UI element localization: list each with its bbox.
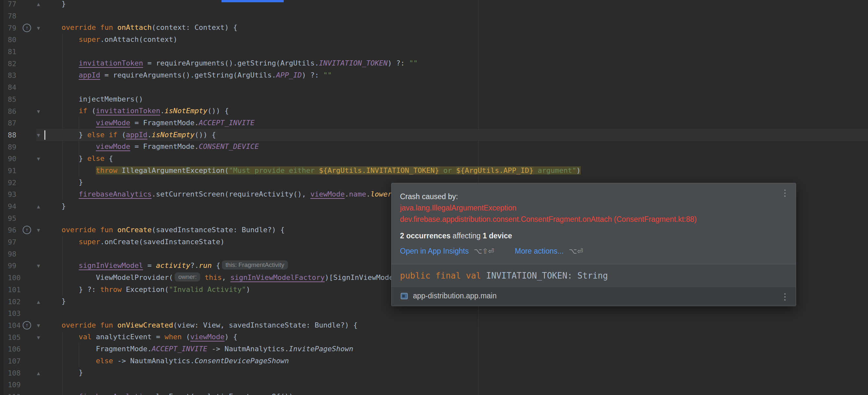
code-text[interactable]: if (invitationToken.isNotEmpty()) { [62, 105, 229, 117]
code-text[interactable]: } [62, 295, 66, 307]
gutter: 94▴ [0, 200, 62, 213]
code-text[interactable]: override fun onViewCreated(view: View, s… [62, 319, 358, 332]
code-token: Exception( [126, 285, 169, 293]
code-token: appId [79, 71, 100, 79]
code-token: . [366, 190, 370, 198]
code-text[interactable]: } [62, 176, 83, 189]
override-method-gutter-icon[interactable]: ↑ [23, 226, 31, 234]
gutter: 77▴ [0, 0, 62, 10]
code-text[interactable]: override fun onAttach(context: Context) … [62, 22, 238, 34]
fold-down-icon[interactable]: ▾ [37, 108, 40, 114]
code-token: "" [409, 59, 418, 67]
code-token: viewMode [190, 333, 224, 341]
code-token: appId [126, 131, 147, 139]
code-token [62, 71, 79, 79]
doc-menu-kebab-icon[interactable]: ⋮ [780, 292, 789, 301]
fold-down-icon[interactable]: ▾ [37, 132, 40, 138]
code-text[interactable]: invitationToken = requireArguments().get… [62, 57, 417, 69]
fold-up-icon[interactable]: ▴ [37, 1, 40, 7]
code-text[interactable]: viewMode = FragmentMode.ACCEPT_INVITE [62, 117, 254, 129]
code-token: } [62, 178, 83, 186]
code-text[interactable]: } [62, 367, 83, 379]
code-token: isNotEmpty [152, 131, 194, 139]
fold-up-icon[interactable]: ▴ [37, 370, 40, 376]
line-number: 84 [8, 83, 17, 91]
line-number: 103 [8, 309, 21, 317]
crash-menu-kebab-icon[interactable]: ⋮ [780, 189, 789, 197]
code-text[interactable]: firebaseAnalytics.setCurrentScreen(requi… [62, 189, 422, 200]
code-text[interactable]: throw IllegalArgumentException("Must pro… [62, 165, 581, 177]
open-app-insights-link[interactable]: Open in App Insights [400, 246, 469, 257]
line-number: 104 [8, 321, 21, 329]
code-line-91: 91 throw IllegalArgumentException("Must … [0, 165, 868, 177]
line-number: 92 [8, 178, 17, 187]
code-token: ?. [190, 261, 199, 270]
more-actions-link[interactable]: More actions... [515, 246, 563, 257]
code-token: else if [87, 131, 117, 139]
code-text[interactable]: val analyticEvent = when (viewMode) { [62, 331, 238, 343]
code-text[interactable]: } [62, 200, 66, 213]
code-token: signInViewModel [79, 261, 143, 270]
fold-up-icon[interactable]: ▴ [37, 298, 40, 305]
code-token: override fun [62, 321, 117, 329]
code-token: .onCreate(savedInstanceState) [100, 238, 224, 246]
gutter: 80 [0, 34, 62, 46]
gutter: 101 [0, 284, 62, 296]
code-text[interactable]: } ?: throw Exception("Invalid Activity") [62, 284, 250, 296]
fold-up-icon[interactable]: ▴ [37, 203, 40, 209]
code-token: throw [100, 285, 126, 293]
code-text[interactable]: } [62, 0, 66, 10]
code-line-87: 87 viewMode = FragmentMode.ACCEPT_INVITE [0, 117, 868, 129]
code-token: firebaseAnalytics [79, 190, 152, 198]
code-token: "Must provide either [229, 166, 319, 174]
code-text[interactable]: else -> NautmAnalytics.ConsentDevicePage… [62, 355, 289, 367]
code-text[interactable]: appId = requireArguments().getString(Arg… [62, 69, 332, 81]
gutter: 95 [0, 212, 62, 224]
fold-down-icon[interactable]: ▾ [37, 25, 40, 31]
line-number: 91 [8, 166, 17, 174]
code-token: if [79, 107, 88, 115]
code-text[interactable]: super.onCreate(savedInstanceState) [62, 236, 224, 248]
line-number: 78 [8, 12, 17, 20]
doc-signature-type: : String [567, 271, 608, 281]
code-text[interactable]: signInViewModel = activity?.run {this: F… [62, 260, 288, 272]
code-token: ( [117, 131, 126, 139]
fold-down-icon[interactable]: ▾ [37, 227, 40, 233]
fold-down-icon[interactable]: ▾ [37, 334, 40, 340]
crash-occurrences: 2 occurrences affecting 1 device [400, 230, 787, 242]
code-token: ${ArgUtils.INVITATION_TOKEN} [319, 166, 439, 174]
code-token: ) [576, 166, 580, 174]
code-line-84: 84 [0, 81, 868, 93]
code-text[interactable]: injectMembers() [62, 93, 143, 105]
gutter: 109 [0, 379, 62, 391]
code-text[interactable]: override fun onCreate(savedInstanceState… [62, 224, 285, 236]
code-text[interactable]: } else if (appId.isNotEmpty()) { [62, 129, 216, 141]
code-token: .setCurrentScreen(requireActivity(), [152, 190, 310, 198]
override-method-gutter-icon[interactable]: ↑ [23, 24, 31, 32]
override-method-gutter-icon[interactable]: ↑ [23, 321, 31, 330]
code-text[interactable]: super.onAttach(context) [62, 34, 178, 46]
code-token: -> NautmAnalytics. [113, 357, 195, 365]
code-line-104: 104↑▾override fun onViewCreated(view: Vi… [0, 319, 868, 332]
code-text[interactable]: } else { [62, 153, 113, 165]
code-token [62, 392, 79, 395]
code-token [62, 357, 96, 365]
code-token: analyticEvent = [96, 333, 164, 341]
fold-down-icon[interactable]: ▾ [37, 156, 40, 162]
code-token: ( [87, 107, 96, 115]
occurrence-connector: affecting [451, 231, 483, 240]
code-token: } [62, 154, 87, 163]
code-token: } ?: [62, 285, 100, 293]
fold-down-icon[interactable]: ▾ [37, 322, 40, 328]
more-actions-shortcut: ⌥⏎ [569, 246, 583, 257]
code-text[interactable]: firebaseAnalytics.logEvent(analyticEvent… [62, 391, 293, 395]
code-token: .onAttach(context) [100, 35, 177, 44]
crash-section: Crash caused by: java.lang.IllegalArgume… [392, 183, 796, 264]
code-text[interactable]: FragmentMode.ACCEPT_INVITE -> NautmAnaly… [62, 343, 353, 355]
code-text[interactable]: viewMode = FragmentMode.CONSENT_DEVICE [62, 141, 259, 153]
line-number: 105 [8, 333, 21, 341]
code-token: .logEvent(analyticEvent, mapOf()) [152, 392, 293, 395]
fold-down-icon[interactable]: ▾ [37, 263, 40, 269]
line-number: 108 [8, 369, 21, 377]
line-number: 80 [8, 36, 17, 44]
